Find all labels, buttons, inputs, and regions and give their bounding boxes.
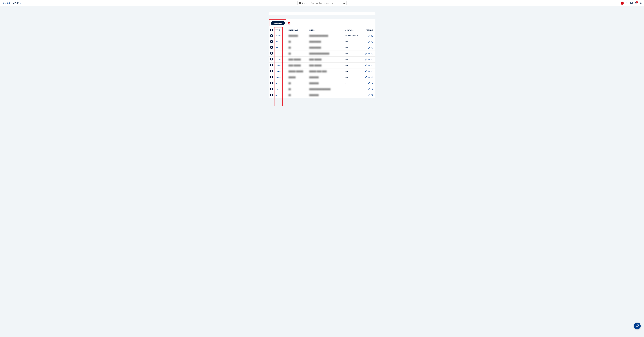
add-icon[interactable] [630, 2, 633, 5]
column-header-actions: ACTIONS [361, 28, 376, 33]
delete-icon[interactable] [368, 53, 370, 55]
record-type-link[interactable]: CNAME [276, 70, 282, 72]
column-header-type[interactable]: TYPE [274, 28, 287, 33]
table-row: CNAME██████ ████████████ ████ ████Mail [268, 69, 376, 74]
record-service: Mail [344, 57, 361, 63]
account-icon[interactable] [639, 2, 642, 5]
record-type-link[interactable]: A [276, 94, 277, 96]
svg-line-21 [372, 71, 373, 72]
record-type-link[interactable]: MX [276, 47, 278, 49]
disable-icon[interactable] [371, 35, 373, 37]
record-service: Mail [344, 69, 361, 74]
record-actions [361, 92, 376, 98]
svg-point-3 [627, 3, 627, 4]
svg-line-15 [372, 53, 373, 54]
sort-asc-icon: ▲ [353, 30, 354, 31]
table-row: CNAME████ ██████████ ██████Mail [268, 57, 376, 63]
record-type-link[interactable]: CNAME [276, 65, 282, 66]
record-type-link[interactable]: TXT [276, 88, 279, 90]
delete-icon[interactable] [368, 65, 370, 67]
table-row: CNAME██████████████Mail [268, 74, 376, 80]
row-checkbox[interactable] [270, 40, 273, 43]
edit-icon[interactable] [365, 59, 367, 61]
main-menu-toggle[interactable]: MENU [13, 2, 22, 4]
notifications-icon[interactable]: 4 [635, 2, 638, 5]
record-value: ████ ██████ [309, 65, 322, 66]
disable-icon[interactable] [371, 47, 373, 49]
delete-icon[interactable] [371, 82, 373, 84]
record-type-link[interactable]: CNAME [276, 59, 282, 61]
record-value: ██████████ [309, 41, 321, 43]
row-checkbox[interactable] [270, 76, 273, 78]
disable-icon[interactable] [371, 70, 373, 73]
record-value: ████ ██████ [309, 59, 322, 61]
search-input[interactable] [302, 2, 342, 4]
record-service: - [344, 80, 361, 86]
disable-icon[interactable] [371, 65, 373, 67]
edit-icon[interactable] [368, 94, 370, 96]
disable-icon[interactable] [371, 76, 373, 78]
help-icon[interactable] [626, 2, 628, 5]
edit-icon[interactable] [365, 76, 367, 78]
edit-icon[interactable] [365, 70, 367, 73]
select-all-checkbox[interactable] [270, 29, 273, 31]
row-checkbox[interactable] [270, 52, 273, 55]
record-actions [361, 74, 376, 80]
column-header-value[interactable]: VALUE [308, 28, 344, 33]
brand-logo[interactable]: IONOS [2, 2, 10, 5]
record-actions [361, 80, 376, 86]
edit-icon[interactable] [368, 82, 370, 84]
record-actions [361, 51, 376, 57]
record-host: ████ ██████ [288, 59, 301, 61]
record-host: ██ [288, 88, 291, 90]
record-type-link[interactable]: CNAME [276, 35, 282, 37]
row-checkbox[interactable] [270, 35, 273, 37]
row-checkbox[interactable] [270, 46, 273, 49]
record-type-link[interactable]: TXT [276, 53, 279, 55]
disable-icon[interactable] [371, 53, 373, 55]
delete-icon[interactable] [368, 76, 370, 78]
row-checkbox[interactable] [270, 82, 273, 84]
delete-icon[interactable] [368, 59, 370, 61]
row-checkbox[interactable] [270, 70, 273, 72]
svg-line-23 [372, 77, 373, 78]
svg-line-13 [372, 47, 373, 48]
record-type-link[interactable]: CNAME [276, 76, 282, 78]
disable-icon[interactable] [371, 59, 373, 61]
column-header-host[interactable]: HOST NAME [288, 28, 308, 33]
row-checkbox[interactable] [270, 88, 273, 90]
row-checkbox[interactable] [270, 94, 273, 96]
edit-icon[interactable] [365, 65, 367, 67]
delete-icon[interactable] [368, 70, 370, 73]
row-checkbox[interactable] [270, 64, 273, 66]
calendar-promo-icon[interactable]: 3 [620, 2, 624, 5]
record-host: ████████ [288, 35, 298, 37]
edit-icon[interactable] [368, 41, 370, 43]
delete-icon[interactable] [371, 94, 373, 96]
svg-line-1 [300, 4, 301, 4]
record-type-link[interactable]: MX [276, 41, 278, 43]
record-value: ████████ [309, 82, 319, 84]
record-service: Mail [344, 51, 361, 57]
edit-icon[interactable] [368, 35, 370, 37]
record-actions [361, 39, 376, 45]
table-row: TXT████████████████████- [268, 86, 376, 92]
row-checkbox[interactable] [270, 58, 273, 61]
table-row: CNAME████ ██████████ ██████Mail [268, 63, 376, 69]
table-row: MX████████████Mail [268, 45, 376, 51]
global-search[interactable] [298, 1, 346, 5]
delete-icon[interactable] [371, 88, 373, 90]
edit-icon[interactable] [368, 88, 370, 90]
disable-icon[interactable] [371, 41, 373, 43]
svg-line-19 [372, 65, 373, 66]
edit-icon[interactable] [368, 47, 370, 49]
microphone-icon[interactable] [343, 2, 345, 4]
record-value: ██████████ [309, 47, 321, 49]
record-value: ████████ [309, 94, 319, 96]
record-service: Mail [344, 63, 361, 69]
edit-icon[interactable] [365, 53, 367, 55]
record-service: Domain Connect [344, 33, 361, 39]
add-record-button[interactable]: Add record [271, 21, 285, 25]
record-type-link[interactable]: A [276, 82, 277, 84]
column-header-service[interactable]: SERVICE ▲ [344, 28, 361, 33]
